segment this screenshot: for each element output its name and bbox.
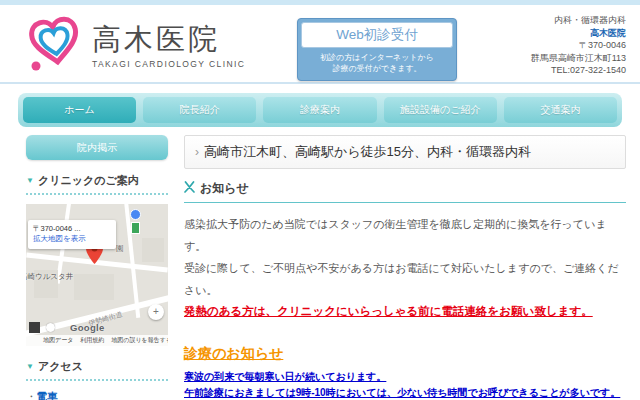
- clinic-departments: 内科・循環器内科: [531, 14, 626, 27]
- nav-tab-services[interactable]: 診療案内: [263, 97, 376, 123]
- logo-text: 高木医院 TAKAGI CARDIOLOGY CLINIC: [92, 22, 245, 69]
- nav-tab-facilities[interactable]: 施設設備のご紹介: [384, 97, 497, 123]
- arrow-icon: ›: [195, 145, 199, 159]
- map-info-window: 〒370-0046 ... 拡大地図を表示: [28, 220, 116, 249]
- page-title: ›高崎市江木町、高崎駅から徒歩15分、内科・循環器内科: [184, 135, 626, 169]
- fever-alert-text: 発熱のある方は、クリニックにいらっしゃる前に電話連絡をお願い致します。: [184, 304, 626, 319]
- map-camera-icon[interactable]: [46, 323, 55, 332]
- main-navigation: ホーム 院長紹介 診療案内 施設設備のご紹介 交通案内: [18, 93, 622, 127]
- clinic-logo[interactable]: 高木医院 TAKAGI CARDIOLOGY CLINIC: [26, 13, 245, 77]
- map-pan-control[interactable]: +: [148, 304, 164, 320]
- down-triangle-icon: ▼: [26, 362, 34, 371]
- header: 高木医院 TAKAGI CARDIOLOGY CLINIC Web初診受付 初診…: [0, 5, 640, 82]
- clinic-address: 群馬県高崎市江木町113: [531, 52, 626, 65]
- nav-tab-access[interactable]: 交通案内: [504, 97, 617, 123]
- clinic-tel: TEL:027-322-1540: [531, 64, 626, 77]
- map-block: [142, 238, 164, 262]
- clinic-name: 高木医院: [531, 27, 626, 40]
- map-data-link[interactable]: 地図データ: [43, 336, 73, 345]
- news-paragraph-1: 感染拡大予防のため当院ではスタッフの衛生管理を徹底し定期的に換気を行っています。: [184, 213, 626, 257]
- sidebar-bulletin-button[interactable]: 院内掲示: [26, 135, 168, 160]
- map-terms-link[interactable]: 利用規約: [80, 336, 104, 345]
- google-map-embed[interactable]: 園 高崎ウルスタ井 伊勢崎街道 〒370-0046 ... 拡大地図を表示 Go…: [26, 204, 168, 346]
- map-info-postal: 〒370-0046 ...: [33, 224, 111, 234]
- map-block: [74, 274, 114, 300]
- news-section-heading: お知らせ: [184, 180, 626, 203]
- sidebar: 院内掲示 ▼クリニックのご案内: [26, 135, 168, 400]
- content: 院内掲示 ▼クリニックのご案内: [0, 127, 640, 400]
- nav-tab-director[interactable]: 院長紹介: [143, 97, 256, 123]
- map-poi-blue-icon: [130, 209, 141, 220]
- map-place-label: 高崎ウルスタ井: [26, 272, 73, 282]
- access-train-label[interactable]: 電車: [37, 390, 58, 400]
- clinic-title: 高木医院: [92, 22, 245, 56]
- map-report-link[interactable]: 地図の誤りを報告する: [111, 336, 168, 345]
- treatment-news-line-2: 午前診療におきましては9時-10時においては、少ない待ち時間でお呼びできることが…: [184, 385, 626, 400]
- map-attribution: 地図データ 利用規約 地図の誤りを報告する: [26, 335, 168, 346]
- clover-icon: [184, 181, 195, 196]
- news-paragraph-2: 受診に際して、ご不明点や不安がある方はお電話にて対応いたしますので、ご連絡くださ…: [184, 257, 626, 301]
- map-poi-green-icon: [131, 222, 140, 234]
- clinic-contact-info: 内科・循環器内科 高木医院 〒370-0046 群馬県高崎市江木町113 TEL…: [531, 14, 626, 77]
- web-reception-description: 初診の方はインターネットから 診療の受付ができます。: [301, 52, 453, 74]
- down-triangle-icon: ▼: [26, 176, 34, 185]
- clinic-postal-code: 〒370-0046: [531, 39, 626, 52]
- main-column: ›高崎市江木町、高崎駅から徒歩15分、内科・循環器内科 お知らせ 感染拡大予防の…: [184, 135, 626, 400]
- web-reception-label[interactable]: Web初診受付: [301, 22, 453, 48]
- treatment-news-heading: 診療のお知らせ: [184, 345, 626, 363]
- treatment-news-body: 寒波の到来で毎朝寒い日が続いております。 午前診療におきましては9時-10時にお…: [184, 369, 626, 400]
- map-keyboard-icon[interactable]: [29, 322, 40, 333]
- nav-tab-home[interactable]: ホーム: [23, 97, 136, 123]
- page: 高木医院 TAKAGI CARDIOLOGY CLINIC Web初診受付 初診…: [0, 0, 640, 400]
- heart-logo-icon: [26, 13, 84, 77]
- google-logo: Google: [70, 322, 105, 333]
- clinic-subtitle: TAKAGI CARDIOLOGY CLINIC: [92, 59, 245, 69]
- header-divider: [0, 82, 640, 84]
- map-park-label: 園: [116, 244, 124, 254]
- access-train-item: ・電車 高崎線・高崎駅・東出口より徒: [26, 390, 168, 400]
- sidebar-heading-access: ▼アクセス: [26, 359, 168, 381]
- web-reception-button[interactable]: Web初診受付 初診の方はインターネットから 診療の受付ができます。: [297, 18, 457, 81]
- map-enlarge-link[interactable]: 拡大地図を表示: [33, 234, 111, 244]
- bullet: ・: [26, 390, 37, 400]
- treatment-news-line-1: 寒波の到来で毎朝寒い日が続いております。: [184, 369, 626, 385]
- sidebar-heading-clinic-guide: ▼クリニックのご案内: [26, 173, 168, 195]
